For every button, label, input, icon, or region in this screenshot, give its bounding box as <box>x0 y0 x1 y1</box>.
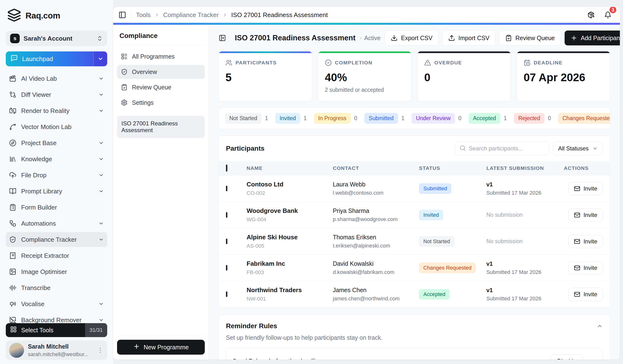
invite-button[interactable]: Invite <box>568 288 603 301</box>
package-search-button[interactable] <box>584 8 598 22</box>
new-programme-button[interactable]: New Programme <box>117 340 205 355</box>
table-row-northwind-traders: Northwind Traders NW-001 James Chen jame… <box>219 281 610 307</box>
status-filter-dropdown[interactable]: All Statuses <box>553 142 603 155</box>
sidebar-item-file-drop[interactable]: File Drop <box>6 168 107 183</box>
receipt-icon <box>9 252 16 259</box>
invite-button[interactable]: Invite <box>568 235 603 248</box>
row-checkbox[interactable] <box>226 212 227 218</box>
add-participant-button[interactable]: Add Participant <box>565 30 620 45</box>
row-checkbox[interactable] <box>226 291 227 297</box>
image-off-icon <box>9 316 16 323</box>
user-menu-button[interactable] <box>97 347 104 354</box>
contact-email: james.chen@northwind.com <box>333 296 419 302</box>
row-checkbox[interactable] <box>226 238 227 244</box>
mail-icon <box>574 265 580 271</box>
account-switcher[interactable]: s Sarah's Account <box>6 31 107 46</box>
clipboard-check-icon <box>121 84 128 91</box>
panel-collapse-button[interactable] <box>219 31 226 45</box>
programme-status: Active <box>364 35 380 42</box>
circle-check-icon <box>325 59 332 66</box>
sidebar-item-project-base[interactable]: Project Base <box>6 135 107 150</box>
library-icon <box>9 155 16 163</box>
row-checkbox[interactable] <box>226 265 227 271</box>
search-input[interactable] <box>469 145 545 152</box>
rule-text: Send 7 days before the deadline <box>232 358 322 360</box>
launchpad-expand-button[interactable] <box>93 51 107 66</box>
sidebar-item-label: Form Builder <box>21 204 104 211</box>
sidebar-item-diff-viewer[interactable]: Diff Viewer <box>6 87 107 102</box>
settings-icon <box>121 99 128 106</box>
disable-rule-button[interactable]: Disable <box>551 354 583 360</box>
status-pill: Invited <box>419 210 443 220</box>
account-avatar: s <box>10 34 20 43</box>
calendar-clock-icon <box>524 59 531 66</box>
submission-date: Submitted 17 Mar 2026 <box>486 269 552 275</box>
select-all-checkbox[interactable] <box>226 165 227 171</box>
import-csv-button[interactable]: Import CSV <box>442 30 495 45</box>
subnav-item-overview[interactable]: Overview <box>117 65 205 79</box>
company-code: WG-004 <box>247 216 333 223</box>
sidebar-item-automations[interactable]: Automations <box>6 216 107 231</box>
sidebar-item-ai-video-lab[interactable]: AI Video Lab <box>6 71 107 86</box>
sidebar-item-transcribe[interactable]: Transcribe <box>6 280 107 295</box>
sidebar-item-compliance-tracker[interactable]: Compliance Tracker <box>6 232 107 247</box>
row-checkbox[interactable] <box>226 186 227 191</box>
stat-label: OVERDUE <box>434 60 462 65</box>
review-queue-button[interactable]: Review Queue <box>499 30 561 45</box>
sidebar-item-vocalise[interactable]: Vocalise <box>6 297 107 311</box>
subnav-item-settings[interactable]: Settings <box>117 96 205 109</box>
invite-button[interactable]: Invite <box>568 182 603 195</box>
brand-name: Raq.com <box>25 11 60 21</box>
compliance-subnav: Compliance All Programmes Overview Revie… <box>113 25 209 360</box>
export-csv-button[interactable]: Export CSV <box>385 30 438 45</box>
sidebar-item-prompt-library[interactable]: Prompt Library <box>6 184 107 199</box>
mail-icon <box>574 291 580 298</box>
sidebar-item-label: Image Optimiser <box>21 268 104 276</box>
invite-button[interactable]: Invite <box>568 209 603 221</box>
breadcrumb-item-tools[interactable]: Tools <box>136 11 151 19</box>
content-header: ISO 27001 Readiness Assessment · Active … <box>219 30 610 45</box>
subnav-item-label: All Programmes <box>132 53 175 60</box>
chevron-down-icon <box>97 56 104 62</box>
rule-menu-button[interactable] <box>589 358 596 360</box>
user-name: Sarah Mitchell <box>28 343 93 350</box>
launchpad-button[interactable]: Launchpad <box>6 51 107 66</box>
chevron-up-icon[interactable] <box>597 323 603 329</box>
content-area: ISO 27001 Readiness Assessment · Active … <box>209 25 620 360</box>
sidebar-item-render-to-reality[interactable]: Render to Reality <box>6 103 107 118</box>
summary-rejected: Rejected 0 <box>514 113 551 124</box>
select-tools-button[interactable]: Select Tools 31/31 <box>6 323 107 337</box>
breadcrumb-item-compliance-tracker[interactable]: Compliance Tracker <box>163 11 219 19</box>
sidebar-item-receipt-extractor[interactable]: Receipt Extractor <box>6 248 107 263</box>
submission-version: v1 <box>486 287 552 294</box>
sidebar-item-background-remover[interactable]: Background Remover <box>6 313 107 323</box>
stat-value: 5 <box>225 71 305 84</box>
sidebar-item-knowledge[interactable]: Knowledge <box>6 152 107 167</box>
chevron-right-icon <box>155 13 159 17</box>
package-search-icon <box>587 11 595 19</box>
sidebar-item-image-optimiser[interactable]: Image Optimiser <box>6 264 107 279</box>
company-name: Fabrikam Inc <box>247 260 333 267</box>
submission-date: Submitted 17 Mar 2026 <box>486 296 552 302</box>
subnav-item-all-programmes[interactable]: All Programmes <box>117 49 205 64</box>
status-count: 0 <box>458 115 462 122</box>
panel-left-icon[interactable] <box>118 11 126 19</box>
contact-email: p.sharma@woodgrove.com <box>333 216 419 222</box>
ellipsis-icon <box>589 358 596 360</box>
sidebar-item-vector-motion-lab[interactable]: Vector Motion Lab <box>6 119 107 134</box>
sidebar-item-form-builder[interactable]: Form Builder <box>6 200 107 215</box>
subnav-item-review-queue[interactable]: Review Queue <box>117 80 205 94</box>
sidebar-nav: AI Video Lab Diff Viewer Render to Reali… <box>6 71 107 323</box>
programme-item[interactable]: ISO 27001 Readiness Assessment <box>117 116 205 138</box>
subnav-title: Compliance <box>117 29 205 45</box>
notifications-button[interactable]: 3 <box>601 8 615 22</box>
invite-button[interactable]: Invite <box>568 261 603 274</box>
stat-card-participants: PARTICIPANTS 5 <box>219 51 312 102</box>
column-header-latest-submission: LATEST SUBMISSION <box>486 165 552 171</box>
subnav-item-label: Settings <box>132 99 154 106</box>
layout-grid-icon <box>10 326 17 334</box>
shield-check-icon <box>9 236 16 243</box>
stat-subtext: 2 submitted or accepted <box>325 87 405 93</box>
sidebar-item-label: Transcribe <box>21 284 104 292</box>
user-card[interactable]: Sarah Mitchell sarah.mitchell@westbur... <box>6 341 107 360</box>
